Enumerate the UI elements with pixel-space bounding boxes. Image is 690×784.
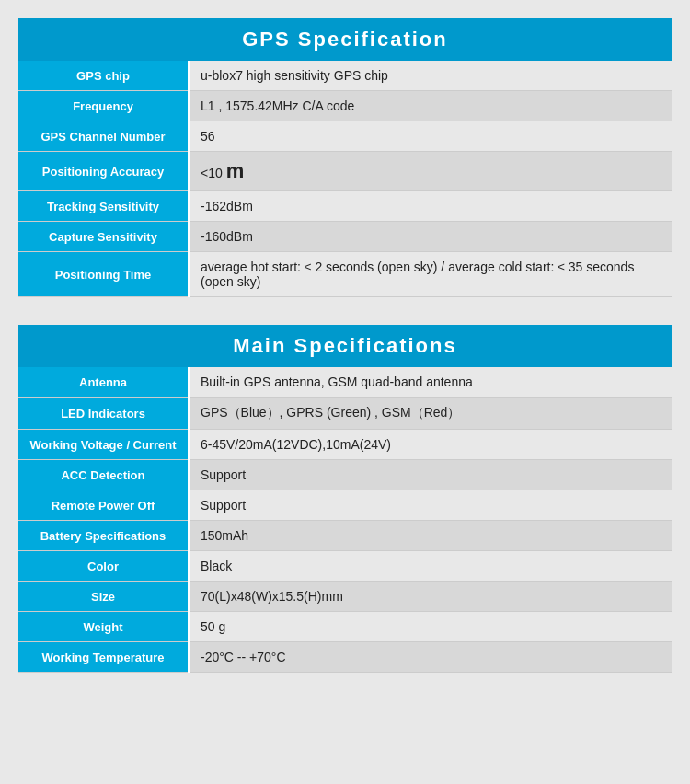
main-value-4: Support <box>189 490 672 521</box>
main-label-2: Working Voltage / Current <box>18 430 189 460</box>
main-value-9: -20°C -- +70°C <box>189 642 672 673</box>
main-value-3: Support <box>189 460 672 490</box>
main-label-6: Color <box>18 551 189 582</box>
gps-value-0: u-blox7 high sensitivity GPS chip <box>189 61 672 91</box>
main-spec-table: Main Specifications AntennaBuilt-in GPS … <box>18 325 672 673</box>
main-value-2: 6-45V/20mA(12VDC),10mA(24V) <box>189 430 672 460</box>
main-row-0: AntennaBuilt-in GPS antenna, GSM quad-ba… <box>18 367 672 398</box>
gps-value-5: -160dBm <box>189 222 672 252</box>
main-row-3: ACC DetectionSupport <box>18 460 672 490</box>
gps-value-3: <10 m <box>189 152 672 191</box>
main-row-2: Working Voltage / Current6-45V/20mA(12VD… <box>18 430 672 460</box>
main-label-5: Battery Specifications <box>18 521 189 551</box>
main-label-3: ACC Detection <box>18 460 189 490</box>
gps-label-0: GPS chip <box>18 61 189 91</box>
gps-title: GPS Specification <box>18 18 672 61</box>
main-label-0: Antenna <box>18 367 189 398</box>
main-row-4: Remote Power OffSupport <box>18 490 672 521</box>
main-row-9: Working Temperature-20°C -- +70°C <box>18 642 672 673</box>
gps-value-1: L1 , 1575.42MHz C/A code <box>189 91 672 121</box>
main-value-0: Built-in GPS antenna, GSM quad-band ante… <box>189 367 672 398</box>
main-value-5: 150mAh <box>189 521 672 551</box>
main-row-6: ColorBlack <box>18 551 672 582</box>
gps-label-1: Frequency <box>18 91 189 121</box>
main-title: Main Specifications <box>18 325 672 367</box>
gps-label-4: Tracking Sensitivity <box>18 191 189 222</box>
main-label-4: Remote Power Off <box>18 490 189 521</box>
gps-value-4: -162dBm <box>189 191 672 222</box>
gps-row-2: GPS Channel Number56 <box>18 121 672 152</box>
main-label-9: Working Temperature <box>18 642 189 673</box>
main-value-8: 50 g <box>189 612 672 642</box>
main-value-1: GPS（Blue）, GPRS (Green) , GSM（Red） <box>189 398 672 430</box>
gps-label-3: Positioning Accuracy <box>18 152 189 191</box>
main-row-5: Battery Specifications150mAh <box>18 521 672 551</box>
gps-row-1: FrequencyL1 , 1575.42MHz C/A code <box>18 91 672 121</box>
main-header-row: Main Specifications <box>18 325 672 367</box>
main-label-7: Size <box>18 582 189 612</box>
main-row-8: Weight50 g <box>18 612 672 642</box>
gps-row-4: Tracking Sensitivity-162dBm <box>18 191 672 222</box>
gps-label-2: GPS Channel Number <box>18 121 189 152</box>
gps-value-6: average hot start: ≤ 2 seconds (open sky… <box>189 252 672 297</box>
main-label-1: LED Indicators <box>18 398 189 430</box>
main-row-7: Size70(L)x48(W)x15.5(H)mm <box>18 582 672 612</box>
gps-label-6: Positioning Time <box>18 252 189 297</box>
gps-spec-table: GPS Specification GPS chipu-blox7 high s… <box>18 18 672 297</box>
main-row-1: LED IndicatorsGPS（Blue）, GPRS (Green) , … <box>18 398 672 430</box>
gps-header-row: GPS Specification <box>18 18 672 61</box>
gps-row-3: Positioning Accuracy<10 m <box>18 152 672 191</box>
gps-row-6: Positioning Timeaverage hot start: ≤ 2 s… <box>18 252 672 297</box>
gps-row-0: GPS chipu-blox7 high sensitivity GPS chi… <box>18 61 672 91</box>
main-label-8: Weight <box>18 612 189 642</box>
gps-value-2: 56 <box>189 121 672 152</box>
gps-row-5: Capture Sensitivity-160dBm <box>18 222 672 252</box>
gps-label-5: Capture Sensitivity <box>18 222 189 252</box>
main-value-7: 70(L)x48(W)x15.5(H)mm <box>189 582 672 612</box>
main-value-6: Black <box>189 551 672 582</box>
